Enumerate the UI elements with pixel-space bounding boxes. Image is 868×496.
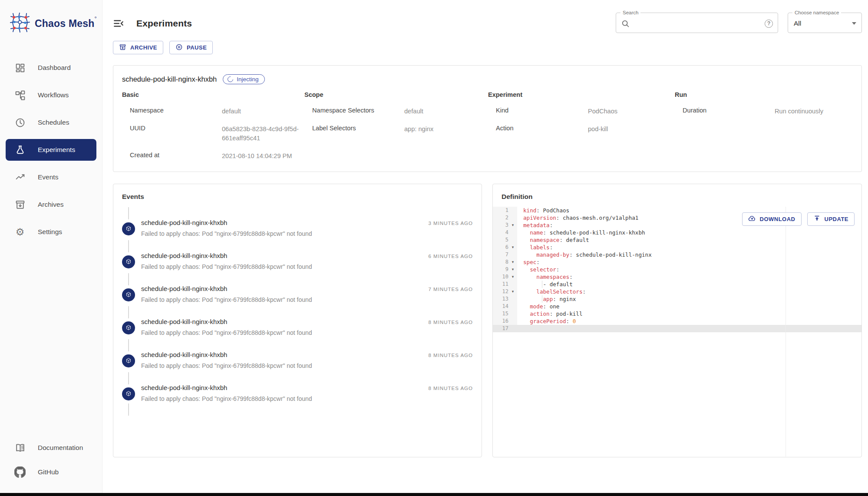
section-scope: ScopeNamespace SelectorsdefaultLabel Sel… bbox=[304, 91, 488, 161]
sidebar-item-schedules[interactable]: Schedules bbox=[6, 112, 96, 133]
line-gutter: 9▾ bbox=[493, 266, 517, 273]
editor-ruler bbox=[785, 207, 786, 456]
sidebar-item-label: Documentation bbox=[38, 444, 83, 452]
experiment-name: schedule-pod-kill-nginx-khxbh bbox=[122, 75, 217, 83]
event-timestamp: 8 MINUTES AGO bbox=[429, 353, 473, 358]
section-rows: Namespace SelectorsdefaultLabel Selector… bbox=[304, 107, 488, 134]
event-message: Failed to apply chaos: Pod "nginx-6799fc… bbox=[141, 362, 473, 369]
fold-arrow-icon[interactable]: ▾ bbox=[508, 266, 517, 273]
pause-circle-icon bbox=[175, 43, 183, 52]
line-gutter: 7 bbox=[493, 251, 517, 258]
sidebar-item-archives[interactable]: Archives bbox=[6, 194, 96, 215]
fold-spacer bbox=[508, 251, 517, 258]
code-text: labels: bbox=[517, 244, 553, 251]
sidebar-footer: DocumentationGitHub bbox=[0, 434, 102, 496]
menu-open-icon[interactable] bbox=[113, 17, 125, 30]
line-number: 14 bbox=[493, 303, 508, 310]
sidebar: Chaos Mesh° DashboardWorkflowsSchedulesE… bbox=[0, 0, 102, 496]
experiment-cube-icon bbox=[122, 255, 135, 268]
search-input[interactable] bbox=[630, 14, 765, 33]
event-name: schedule-pod-kill-nginx-khxbh bbox=[141, 318, 227, 325]
archive-button-icon bbox=[119, 43, 126, 52]
search-icon bbox=[621, 19, 630, 28]
sidebar-item-label: Events bbox=[38, 173, 58, 181]
sidebar-item-label: Schedules bbox=[38, 119, 69, 126]
line-gutter: 12▾ bbox=[493, 288, 517, 295]
fold-arrow-icon[interactable]: ▾ bbox=[508, 258, 517, 266]
sidebar-item-github[interactable]: GitHub bbox=[6, 461, 96, 483]
sidebar-item-workflows[interactable]: Workflows bbox=[6, 84, 96, 106]
section-title: Scope bbox=[304, 91, 488, 98]
sidebar-item-label: Settings bbox=[38, 228, 62, 236]
code-text: labelSelectors: bbox=[517, 288, 586, 295]
field-label: Label Selectors bbox=[312, 125, 404, 132]
timeline-connector bbox=[128, 372, 129, 384]
trending-up-icon bbox=[14, 172, 26, 183]
line-number: 2 bbox=[493, 214, 508, 222]
event-name: schedule-pod-kill-nginx-khxbh bbox=[141, 252, 227, 259]
sidebar-item-settings[interactable]: ⚙Settings bbox=[6, 221, 96, 243]
logo[interactable]: Chaos Mesh° bbox=[0, 0, 102, 35]
section-rows: DurationRun continuously bbox=[675, 107, 853, 116]
sidebar-item-experiments[interactable]: Experiments bbox=[6, 139, 96, 161]
download-button[interactable]: DOWNLOAD bbox=[742, 212, 802, 226]
events-title: Events bbox=[122, 193, 473, 201]
field-value: 06a5823b-8238-4c9d-9f5d-661eaff95c41 bbox=[222, 125, 304, 143]
dashboard-icon bbox=[14, 62, 26, 73]
pause-button[interactable]: PAUSE bbox=[169, 41, 213, 54]
code-text: apiVersion: chaos-mesh.org/v1alpha1 bbox=[517, 214, 638, 222]
line-number: 17 bbox=[493, 325, 508, 332]
definition-title: Definition bbox=[493, 193, 861, 201]
event-timestamp: 8 MINUTES AGO bbox=[429, 320, 473, 325]
app-root: Chaos Mesh° DashboardWorkflowsSchedulesE… bbox=[0, 0, 868, 496]
fold-arrow-icon[interactable]: ▾ bbox=[508, 273, 517, 281]
fold-arrow-icon[interactable]: ▾ bbox=[508, 222, 517, 229]
sidebar-item-dashboard[interactable]: Dashboard bbox=[6, 57, 96, 79]
fold-arrow-icon[interactable]: ▾ bbox=[508, 288, 517, 295]
event-message: Failed to apply chaos: Pod "nginx-6799fc… bbox=[141, 329, 473, 336]
line-gutter: 15 bbox=[493, 310, 517, 317]
experiment-cube-icon bbox=[122, 222, 135, 235]
logo-trademark: ° bbox=[94, 15, 96, 22]
fold-spacer bbox=[508, 229, 517, 236]
archive-icon bbox=[14, 199, 26, 210]
line-number: 16 bbox=[493, 317, 508, 325]
sidebar-item-documentation[interactable]: Documentation bbox=[6, 437, 96, 459]
yaml-editor[interactable]: 1kind: PodChaos2apiVersion: chaos-mesh.o… bbox=[493, 207, 861, 456]
archive-button[interactable]: ARCHIVE bbox=[113, 41, 163, 54]
sidebar-item-label: Experiments bbox=[38, 146, 75, 154]
events-panel: Events schedule-pod-kill-nginx-khxbh3 MI… bbox=[113, 184, 482, 457]
archive-button-label: ARCHIVE bbox=[130, 44, 157, 51]
event-name: schedule-pod-kill-nginx-khxbh bbox=[141, 384, 227, 391]
help-icon[interactable]: ? bbox=[765, 20, 773, 28]
field-label: Duration bbox=[683, 107, 775, 114]
event-message: Failed to apply chaos: Pod "nginx-6799fc… bbox=[141, 230, 473, 237]
code-text: name: schedule-pod-kill-nginx-khxbh bbox=[517, 229, 645, 236]
bottom-edge-bar bbox=[0, 493, 868, 496]
namespace-select[interactable]: Choose namespace All bbox=[788, 14, 862, 33]
timeline-connector bbox=[128, 403, 129, 416]
experiment-title-row: schedule-pod-kill-nginx-khxbh Injecting bbox=[113, 74, 861, 84]
sidebar-item-events[interactable]: Events bbox=[6, 166, 96, 188]
github-icon bbox=[14, 466, 26, 478]
flask-icon bbox=[14, 144, 26, 155]
line-number: 12 bbox=[493, 288, 508, 295]
line-number: 3 bbox=[493, 222, 508, 229]
code-text: kind: PodChaos bbox=[517, 207, 569, 214]
timeline-connector bbox=[128, 240, 129, 252]
line-gutter: 8▾ bbox=[493, 258, 517, 266]
timeline-rail bbox=[122, 237, 135, 270]
field-label: Namespace Selectors bbox=[312, 107, 404, 114]
event-body: schedule-pod-kill-nginx-khxbh8 MINUTES A… bbox=[135, 303, 473, 336]
fold-spacer bbox=[508, 214, 517, 222]
code-line: 12▾ labelSelectors: bbox=[493, 288, 861, 295]
update-button[interactable]: UPDATE bbox=[807, 212, 855, 226]
code-line: 6▾ labels: bbox=[493, 244, 861, 251]
fold-arrow-icon[interactable]: ▾ bbox=[508, 244, 517, 251]
event-item: schedule-pod-kill-nginx-khxbh8 MINUTES A… bbox=[122, 303, 473, 336]
main-content: Experiments Search ? Choose namespace Al… bbox=[102, 0, 868, 496]
sidebar-item-label: Archives bbox=[38, 201, 63, 208]
line-gutter: 6▾ bbox=[493, 244, 517, 251]
fold-spacer bbox=[508, 281, 517, 288]
line-number: 8 bbox=[493, 258, 508, 266]
